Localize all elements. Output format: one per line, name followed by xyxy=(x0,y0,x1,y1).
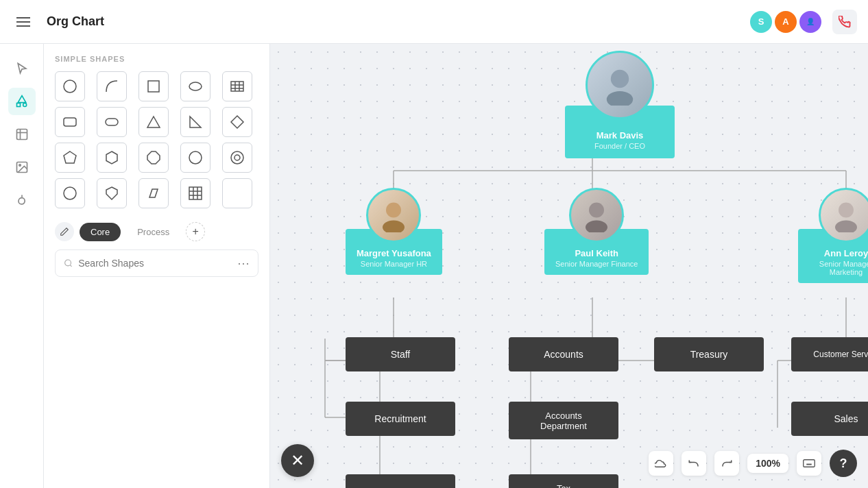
ceo-avatar xyxy=(586,51,654,119)
simple-shapes-label: SIMPLE SHAPES xyxy=(55,55,258,63)
svg-point-67 xyxy=(835,221,857,233)
vp-finance-avatar xyxy=(569,188,624,243)
fab-button[interactable]: ✕ xyxy=(281,444,314,477)
call-button[interactable] xyxy=(832,10,857,34)
vp-hr-card: Margret Yusafona Senior Manager HR xyxy=(346,188,442,275)
svg-point-64 xyxy=(589,203,604,218)
avatar-a: A xyxy=(775,11,797,33)
toolbar-frame[interactable] xyxy=(8,121,36,148)
tab-add-icon[interactable]: + xyxy=(186,222,205,241)
svg-rect-2 xyxy=(16,103,20,107)
undo-button[interactable] xyxy=(682,451,706,476)
redo-button[interactable] xyxy=(714,451,739,476)
shape-square[interactable] xyxy=(138,71,169,101)
tab-core[interactable]: Core xyxy=(80,223,121,241)
svg-point-7 xyxy=(19,164,20,167)
dept-staff: Staff xyxy=(346,337,455,371)
shape-rounded-rect[interactable] xyxy=(55,107,85,137)
help-button[interactable]: ? xyxy=(830,450,857,477)
canvas-area[interactable]: Mark Davis Founder / CEO Margret Yusafon… xyxy=(270,44,868,488)
shape-triangle[interactable] xyxy=(138,107,169,137)
shape-circle2[interactable] xyxy=(180,143,210,173)
topbar: Org Chart S A 👤 xyxy=(0,0,868,44)
svg-point-27 xyxy=(64,187,76,199)
menu-button[interactable] xyxy=(11,10,36,34)
dept-treasury: Treasury xyxy=(654,337,764,371)
svg-marker-21 xyxy=(64,151,76,163)
svg-point-26 xyxy=(234,155,240,160)
svg-rect-3 xyxy=(16,130,27,140)
toolbar-image[interactable] xyxy=(8,154,36,181)
tab-process[interactable]: Process xyxy=(126,223,180,241)
vp-finance-name: Paul Keith xyxy=(555,248,638,258)
shape-ellipse[interactable] xyxy=(180,71,210,101)
svg-rect-16 xyxy=(64,118,76,126)
svg-marker-23 xyxy=(147,151,160,164)
shape-circle[interactable] xyxy=(55,71,85,101)
shape-ring[interactable] xyxy=(222,143,252,173)
dept-recruitment: Recruitment xyxy=(346,402,455,436)
vp-finance-card: Paul Keith Senior Manager Finance xyxy=(544,188,649,275)
shape-grid[interactable] xyxy=(180,178,210,208)
dept-accounts: Accounts xyxy=(509,337,618,371)
dept-accounts-department: AccountsDepartment xyxy=(509,402,618,439)
cloud-button[interactable] xyxy=(649,451,673,476)
search-input[interactable] xyxy=(78,258,232,269)
toolbar-cursor[interactable] xyxy=(8,55,36,82)
vp-hr-name: Margret Yusafona xyxy=(357,248,431,258)
toolbar-shapes[interactable] xyxy=(8,88,36,115)
shape-pentagon[interactable] xyxy=(55,143,85,173)
svg-marker-29 xyxy=(149,189,158,197)
svg-point-66 xyxy=(839,203,854,218)
ceo-card: Mark Davis Founder / CEO xyxy=(565,51,675,158)
doc-title: Org Chart xyxy=(47,14,104,29)
vp-marketing-name: Ann Leroy xyxy=(809,248,868,258)
main-layout: SIMPLE SHAPES xyxy=(0,44,868,488)
svg-marker-22 xyxy=(106,151,117,164)
shape-empty[interactable] xyxy=(222,178,252,208)
shape-diamond[interactable] xyxy=(222,107,252,137)
shape-right-triangle[interactable] xyxy=(180,107,210,137)
shape-stadium[interactable] xyxy=(97,107,127,137)
panel-tabs: Core Process + xyxy=(55,222,258,241)
svg-point-10 xyxy=(189,82,202,90)
vp-finance-role: Senior Manager Finance xyxy=(555,260,638,268)
tab-pencil-icon[interactable] xyxy=(55,222,74,241)
search-bar[interactable]: ⋯ xyxy=(55,249,258,277)
svg-point-1 xyxy=(23,103,26,107)
search-more-icon[interactable]: ⋯ xyxy=(237,256,250,271)
shape-arc[interactable] xyxy=(97,71,127,101)
shape-table[interactable] xyxy=(222,71,252,101)
svg-point-25 xyxy=(231,151,243,164)
keyboard-button[interactable] xyxy=(797,451,821,476)
dept-tax-department: TaxDepartment xyxy=(509,474,618,488)
dept-customer-service: Customer Service xyxy=(791,337,868,371)
icon-bar xyxy=(0,44,44,488)
dept-department: Department xyxy=(346,474,455,488)
shape-parallelogram[interactable] xyxy=(138,178,169,208)
svg-rect-9 xyxy=(148,81,159,92)
svg-rect-11 xyxy=(231,82,243,91)
svg-marker-19 xyxy=(190,117,201,127)
vp-marketing-role: Senior Manager Marketing xyxy=(809,260,868,276)
svg-point-62 xyxy=(386,203,401,218)
collaborator-avatars: S A 👤 xyxy=(750,11,821,33)
ceo-role: Founder / CEO xyxy=(579,142,661,150)
vp-hr-avatar xyxy=(366,188,421,243)
ceo-name: Mark Davis xyxy=(579,130,661,141)
bottom-bar: 100% ? xyxy=(649,450,857,477)
shape-shield[interactable] xyxy=(97,178,127,208)
svg-rect-68 xyxy=(804,460,815,467)
svg-point-60 xyxy=(611,70,629,88)
svg-marker-18 xyxy=(147,117,160,127)
svg-rect-17 xyxy=(106,119,118,125)
shapes-grid xyxy=(55,71,258,208)
shape-octagon[interactable] xyxy=(138,143,169,173)
shape-hexagon[interactable] xyxy=(97,143,127,173)
shape-circle3[interactable] xyxy=(55,178,85,208)
search-icon xyxy=(64,258,73,269)
toolbar-draw[interactable] xyxy=(8,186,36,214)
svg-line-36 xyxy=(70,265,71,267)
svg-marker-28 xyxy=(106,187,117,199)
shapes-panel: SIMPLE SHAPES xyxy=(44,44,270,488)
